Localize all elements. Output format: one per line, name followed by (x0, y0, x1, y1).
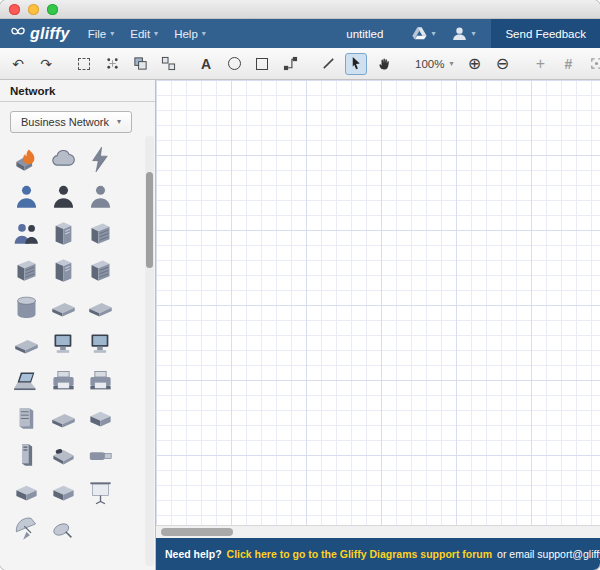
cloud-shape[interactable] (45, 141, 82, 178)
laptop-shape[interactable] (8, 363, 45, 400)
pointer-tool-button[interactable] (345, 53, 367, 75)
google-drive-icon (411, 25, 428, 42)
canvas-horizontal-scrollbar-thumb[interactable] (161, 528, 233, 536)
menu-file[interactable]: File ▾ (88, 28, 115, 40)
hub-shape[interactable] (8, 326, 45, 363)
redo-button[interactable]: ↷ (35, 53, 57, 75)
firewall-shape[interactable] (8, 141, 45, 178)
chevron-down-icon: ▾ (431, 30, 435, 38)
main-area: Network Business Network ▾ Need help? Cl… (0, 80, 600, 570)
shape-grid (0, 137, 155, 548)
line-tool-button[interactable] (317, 53, 339, 75)
server-cabinet-shape[interactable] (8, 400, 45, 437)
rect-tool-icon (256, 58, 268, 70)
router-shape[interactable] (82, 289, 119, 326)
satellite-shape[interactable] (45, 511, 82, 548)
google-drive-button[interactable]: ▾ (411, 25, 435, 42)
send-feedback-button[interactable]: Send Feedback (491, 19, 600, 48)
snap-button[interactable] (585, 53, 600, 75)
grid-toggle-button[interactable]: # (557, 53, 579, 75)
support-forum-link[interactable]: Click here to go to the Gliffy Diagrams … (227, 548, 492, 560)
close-window-button[interactable] (9, 4, 20, 15)
tall-server-shape[interactable] (45, 252, 82, 289)
connector-tool-button[interactable] (279, 53, 301, 75)
server-rack-shape[interactable] (82, 215, 119, 252)
pan-tool-button[interactable] (373, 53, 395, 75)
group-icon (133, 56, 148, 71)
desktop-computer-shape[interactable] (45, 326, 82, 363)
zoom-in-button[interactable]: ⊕ (463, 53, 485, 75)
lightning-shape[interactable] (82, 141, 119, 178)
chevron-down-icon: ▾ (449, 60, 453, 68)
desk-phone-shape[interactable] (45, 437, 82, 474)
align-button[interactable] (101, 53, 123, 75)
toolbar: ↶ ↷ A 100% ▾ (0, 48, 600, 80)
chevron-down-icon: ▾ (110, 30, 114, 38)
user-gray-shape[interactable] (82, 178, 119, 215)
usb-drive-shape[interactable] (82, 437, 119, 474)
group-button[interactable] (129, 53, 151, 75)
gliffy-logo-text: gliffy (30, 25, 70, 43)
account-button[interactable]: ▾ (451, 25, 475, 42)
satellite-dish-shape[interactable] (8, 511, 45, 548)
chevron-down-icon: ▾ (154, 30, 158, 38)
minimize-window-button[interactable] (28, 4, 39, 15)
server-stack-shape[interactable] (82, 252, 119, 289)
gliffy-logo: gliffy (10, 24, 70, 44)
user-dark-shape[interactable] (45, 178, 82, 215)
chevron-down-icon: ▾ (202, 30, 206, 38)
text-tool-button[interactable]: A (195, 53, 217, 75)
shape-category-select[interactable]: Business Network ▾ (10, 111, 132, 133)
ellipse-tool-icon (228, 57, 241, 70)
line-tool-icon (321, 56, 336, 71)
patch-panel-shape[interactable] (82, 400, 119, 437)
users-group-shape[interactable] (8, 215, 45, 252)
snap-icon (589, 56, 600, 71)
menu-help[interactable]: Help ▾ (174, 28, 206, 40)
shape-library-panel: Network Business Network ▾ (0, 80, 156, 570)
drawing-canvas[interactable] (156, 80, 600, 525)
server-shape[interactable] (45, 215, 82, 252)
ungroup-icon (161, 56, 176, 71)
grid-add-button[interactable]: + (529, 53, 551, 75)
undo-button[interactable]: ↶ (7, 53, 29, 75)
marquee-select-button[interactable] (73, 53, 95, 75)
app-header: gliffy File ▾ Edit ▾ Help ▾ untitled ▾ ▾… (0, 19, 600, 48)
user-icon (451, 25, 468, 42)
align-icon (105, 56, 120, 71)
database-shape[interactable] (8, 289, 45, 326)
rack-server-shape[interactable] (8, 252, 45, 289)
zoom-out-button[interactable]: ⊖ (491, 53, 513, 75)
workstation-shape[interactable] (82, 326, 119, 363)
ellipse-tool-button[interactable] (223, 53, 245, 75)
storage-shape[interactable] (45, 474, 82, 511)
menu-edit[interactable]: Edit ▾ (130, 28, 158, 40)
projection-screen-shape[interactable] (82, 474, 119, 511)
need-help-label: Need help? (165, 548, 222, 560)
canvas-column: Need help? Click here to go to the Gliff… (156, 80, 600, 570)
zoom-window-button[interactable] (47, 4, 58, 15)
shape-library-title: Network (0, 80, 155, 102)
user-shape[interactable] (8, 178, 45, 215)
support-email-text: or email support@gliffy.com (497, 548, 600, 560)
pointer-tool-icon (349, 56, 364, 71)
switch-shape[interactable] (45, 289, 82, 326)
gliffy-logo-icon (10, 24, 26, 44)
network-switch-shape[interactable] (45, 400, 82, 437)
tower-server-shape[interactable] (8, 437, 45, 474)
copier-shape[interactable] (82, 363, 119, 400)
sidebar-scrollbar[interactable] (145, 136, 154, 566)
connector-tool-icon (283, 56, 298, 71)
hand-icon (377, 56, 392, 71)
app-window: gliffy File ▾ Edit ▾ Help ▾ untitled ▾ ▾… (0, 0, 600, 570)
printer-shape[interactable] (45, 363, 82, 400)
zoom-level-select[interactable]: 100% ▾ (411, 58, 457, 70)
document-title[interactable]: untitled (346, 28, 383, 40)
chevron-down-icon: ▾ (117, 118, 121, 126)
sidebar-scrollbar-thumb[interactable] (146, 172, 153, 268)
ungroup-button[interactable] (157, 53, 179, 75)
rect-tool-button[interactable] (251, 53, 273, 75)
external-drive-shape[interactable] (8, 474, 45, 511)
help-bar: Need help? Click here to go to the Gliff… (156, 538, 600, 570)
canvas-horizontal-scrollbar[interactable] (156, 525, 600, 538)
